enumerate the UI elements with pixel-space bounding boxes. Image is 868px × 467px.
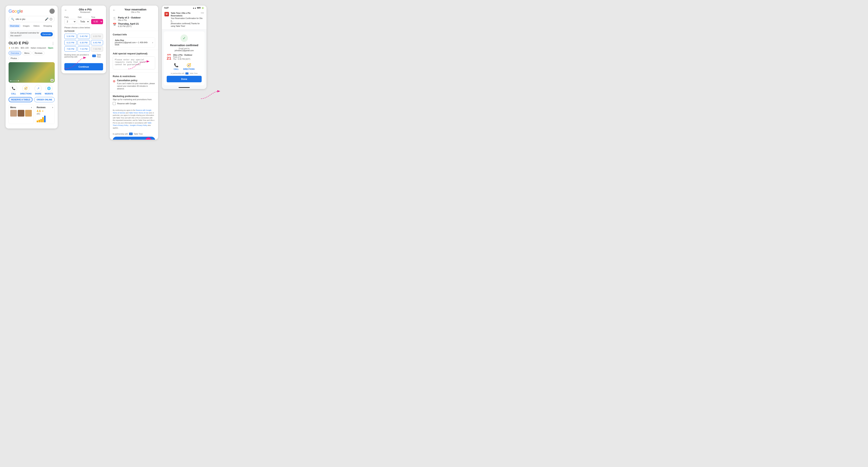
contact-name: John Doe	[115, 39, 152, 41]
party-detail: Party of 2 - Outdoor	[118, 16, 141, 19]
rating-star: ★	[42, 110, 44, 112]
order-online-button[interactable]: ORDER ONLINE	[34, 97, 55, 102]
avatar[interactable]	[50, 8, 55, 14]
conf-day: 21	[167, 56, 171, 61]
lens-icon[interactable]: ⬡	[50, 17, 52, 21]
search-input[interactable]: olio e piu	[16, 18, 43, 21]
bar-5	[44, 116, 45, 122]
bar-4	[42, 117, 44, 122]
time-label: Time	[91, 16, 103, 18]
panel2-title: Olio e Più	[67, 8, 103, 11]
cancel-policy-text: If you can't make it to your reservation…	[117, 82, 155, 90]
google-logo-row: Google	[8, 8, 55, 14]
nav-menu[interactable]: Menu	[22, 51, 32, 55]
party-sub: Olio e Più	[118, 19, 141, 21]
reserve-button[interactable]: Reserve	[113, 137, 155, 140]
business-image[interactable]: ◀ ● ● ● ● ● ▶ ⊞	[8, 62, 55, 83]
tab-videos[interactable]: Videos	[32, 24, 41, 28]
rules-section: Rules & restrictions ⊗ Cancellation poli…	[110, 72, 158, 92]
email-sent-label: Email sent to	[167, 48, 202, 50]
panel2-header: ← Olio e Più Restaurant	[61, 6, 106, 14]
reviews-arrow: ›	[52, 106, 53, 109]
time-545[interactable]: 5:45 PM	[78, 34, 90, 39]
nav-overview[interactable]: Overview	[8, 51, 21, 55]
panel3-title: Your reservation	[116, 8, 155, 11]
tab-images[interactable]: Images	[21, 24, 31, 28]
menu-section[interactable]: Menu ›	[8, 105, 33, 124]
checkbox-label: Reserve with Google	[117, 103, 136, 105]
business-name: OLIO E PIÙ	[8, 41, 28, 45]
time-700[interactable]: 7:00 PM	[64, 47, 76, 52]
wifi-icon: WiFi	[197, 7, 201, 9]
bar-3	[40, 119, 42, 122]
time-715[interactable]: 7:15 PM	[78, 47, 90, 52]
conf-email: johndoe12@gmail.com	[167, 50, 202, 52]
please-label: Please choose a time below:	[64, 26, 103, 29]
conf-table-time-icon: 🍴	[185, 72, 188, 75]
special-textarea[interactable]	[113, 56, 155, 69]
open-status: Open	[48, 47, 53, 49]
tab-all[interactable]: Overview	[8, 24, 21, 28]
table-time-label-3: Table Time	[134, 133, 143, 135]
share-button[interactable]: ↗ SHARE	[35, 85, 42, 95]
contact-row[interactable]: John Doe johndoe12@gmail.com + 1 458-849…	[113, 37, 155, 48]
more-options-icon[interactable]: ⋮	[51, 41, 55, 46]
time-645[interactable]: 6:45 PM	[91, 40, 103, 45]
ai-text: Get an AI-powered overview for this sear…	[10, 31, 40, 37]
checkbox-row: Reserve with Google	[113, 102, 155, 105]
conf-details: Olio e Più · Outdoor Party of 2 Thu · 6:…	[173, 54, 192, 60]
conf-call-button[interactable]: 📞 CALL	[174, 63, 179, 70]
reviews-section[interactable]: Reviews › 4.6 ★ (6K)	[35, 105, 55, 124]
legal-link-4[interactable]: Google's Privacy Policy	[130, 124, 147, 126]
panel3-subtitle: Olio e Più	[116, 11, 155, 13]
date-select[interactable]: Today	[78, 19, 90, 24]
call-button[interactable]: 📞 CALL	[10, 85, 17, 95]
contact-title: Contact Info	[113, 33, 155, 36]
time-select[interactable]: 6:30 PM	[91, 19, 103, 24]
reserve-table-button[interactable]: RESERVE A TABLE	[8, 97, 33, 102]
ai-banner: Get an AI-powered overview for this sear…	[8, 30, 55, 39]
date-group: Date Today	[78, 16, 90, 24]
time-530[interactable]: 5:30 PM	[64, 34, 76, 39]
conf-title: Reservation confirmed	[167, 44, 202, 47]
conf-directions-button[interactable]: 🧭 DIRECTIONS	[183, 63, 195, 70]
tab-news[interactable]: News	[54, 24, 55, 28]
cancel-icon: ⊗	[113, 79, 116, 83]
mic-icon[interactable]: 🎤	[45, 17, 49, 21]
marketing-checkbox[interactable]	[113, 102, 116, 105]
generate-button[interactable]: Generate	[40, 32, 53, 36]
special-title: Add special request (optional)	[113, 52, 155, 55]
directions-label: DIRECTIONS	[20, 93, 32, 95]
conf-directions-label: DIRECTIONS	[183, 68, 195, 70]
nav-photos[interactable]: Photos	[8, 56, 19, 60]
party-label: Party	[64, 16, 76, 18]
image-grid-icon[interactable]: ⊞	[51, 79, 54, 82]
price-range: $50–100	[21, 47, 29, 49]
notification-bar[interactable]: M Table Time | Olio e Più Reservations n…	[162, 10, 207, 30]
tab-shopping[interactable]: Shopping	[42, 24, 53, 28]
time-615[interactable]: 6:15 PM	[64, 40, 76, 45]
form-row: Party 2 Date Today Time 6:30 PM	[64, 16, 103, 24]
legal-link-2[interactable]: Table Time's Terms of Use	[129, 112, 149, 114]
partnership-text: Booking times are provided in partnershi…	[64, 54, 103, 58]
notif-time: now	[201, 12, 204, 17]
time-630[interactable]: 6:30 PM	[78, 40, 90, 45]
marketing-title: Marketing preferences	[113, 95, 155, 97]
outdoor-label: OUTDOOR	[64, 30, 103, 32]
conf-restaurant: Olio e Più · Outdoor	[173, 54, 192, 56]
panel3-back-arrow[interactable]: ←	[113, 8, 116, 12]
bar-1	[37, 120, 38, 122]
confirmation-body: ✓ Reservation confirmed Email sent to jo…	[164, 31, 205, 85]
time-grid: 5:30 PM 5:45 PM 6:00 PM 6:15 PM 6:30 PM …	[64, 34, 103, 52]
nav-reviews[interactable]: Reviews	[33, 51, 44, 55]
signal-icon: ▲▲	[192, 7, 196, 9]
party-select[interactable]: 2	[64, 19, 76, 24]
directions-button[interactable]: 🧭 DIRECTIONS	[20, 85, 32, 95]
done-button[interactable]: Done	[167, 76, 202, 82]
battery-icon: 🔋	[202, 7, 204, 9]
back-arrow[interactable]: ←	[64, 8, 67, 12]
food-thumb-2	[18, 110, 24, 117]
continue-button[interactable]: Continue	[64, 63, 103, 70]
reservation-details-panel: ← Your reservation Olio e Più 🍴 Party of…	[110, 6, 158, 140]
website-button[interactable]: 🌐 WEBSITE	[44, 85, 53, 95]
